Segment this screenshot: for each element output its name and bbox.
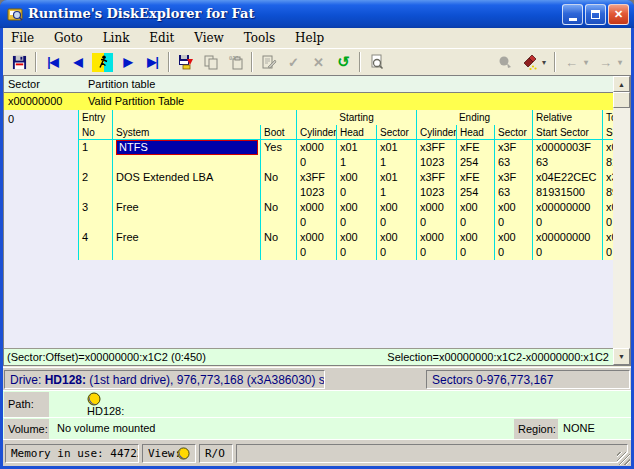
memory-panel: Memory in use: 447236	[5, 444, 139, 463]
goto-drop-button[interactable]	[492, 51, 517, 74]
group-header-row: Entry Starting Ending Relative To	[79, 110, 613, 125]
preview-button[interactable]	[364, 51, 389, 74]
cell-end-head[interactable]: x000	[457, 230, 495, 260]
search-button[interactable]	[517, 51, 542, 74]
partition-row[interactable]: 2DOS Extended LBANox3FF1023x000x011x3FF1…	[79, 170, 613, 200]
cell-end-sector[interactable]: x000	[495, 200, 533, 230]
cell-end-sector[interactable]: x3F63	[495, 170, 533, 200]
back-dropdown-caret[interactable]: ▾	[584, 58, 593, 67]
cell-start-cylinder[interactable]: x3FF1023	[297, 170, 337, 200]
cell-end-sector[interactable]: x3F63	[495, 140, 533, 170]
partition-row[interactable]: 3FreeNox0000x000x000x0000x000x000x000000…	[79, 200, 613, 230]
valid-partition-row[interactable]: x00000000 Valid Partition Table	[4, 93, 613, 110]
cell-total-sectors[interactable]: x389	[603, 170, 613, 200]
scroll-down-button[interactable]: ▼	[613, 348, 630, 365]
back-button[interactable]: ←	[559, 51, 584, 74]
partition-row[interactable]: 1NTFSYesx0000x011x011x3FF1023xFE254x3F63…	[79, 140, 613, 170]
cell-end-sector[interactable]: x000	[495, 230, 533, 260]
resize-grip[interactable]	[617, 452, 630, 465]
cell-end-cylinder[interactable]: x0000	[417, 200, 457, 230]
cell-relative-start[interactable]: x000000000	[533, 200, 603, 230]
cell-system[interactable]: NTFS	[113, 140, 261, 170]
cell-start-head[interactable]: x000	[337, 170, 377, 200]
menu-link[interactable]: Link	[95, 28, 138, 48]
goto-first-button[interactable]: |◀	[40, 51, 65, 74]
goto-previous-button[interactable]: ◀	[65, 51, 90, 74]
cell-boot[interactable]: No	[261, 200, 297, 230]
cell-end-head[interactable]: x000	[457, 200, 495, 230]
drive-bar: Drive: HD128: (1st hard drive), 976,773,…	[3, 367, 631, 390]
cell-start-sector[interactable]: x000	[377, 200, 417, 230]
cell-total-sectors[interactable]: x081	[603, 140, 613, 170]
cell-relative-start[interactable]: x0000003F63	[533, 140, 603, 170]
cell-start-sector[interactable]: x000	[377, 230, 417, 260]
partition-row[interactable]: 4FreeNox0000x000x000x0000x000x000x000000…	[79, 230, 613, 260]
run-button[interactable]	[90, 51, 115, 74]
menu-edit[interactable]: Edit	[141, 28, 182, 48]
cell-system[interactable]: DOS Extended LBA	[113, 170, 261, 200]
cell-total-sectors[interactable]: x00	[603, 200, 613, 230]
close-button[interactable]: ✕	[608, 4, 629, 25]
cell-start-sector[interactable]: x011	[377, 140, 417, 170]
vertical-scrollbar[interactable]: ▲	[613, 76, 630, 348]
apply-icon: ✓	[288, 55, 299, 70]
save-button[interactable]	[7, 51, 32, 74]
copy-button[interactable]	[198, 51, 223, 74]
paste-hex-button[interactable]: 011	[223, 51, 248, 74]
cell-entry-no[interactable]: 3	[79, 200, 113, 230]
maximize-button[interactable]	[585, 4, 606, 25]
cell-end-head[interactable]: xFE254	[457, 140, 495, 170]
refresh-button[interactable]: ↺	[331, 51, 356, 74]
cell-end-cylinder[interactable]: x3FF1023	[417, 170, 457, 200]
cell-system[interactable]: Free	[113, 200, 261, 230]
titlebar[interactable]: Runtime's DiskExplorer for Fat ✕	[0, 0, 634, 28]
scroll-up-button[interactable]: ▲	[613, 76, 630, 92]
cell-start-cylinder[interactable]: x0000	[297, 230, 337, 260]
save-image-button[interactable]	[173, 51, 198, 74]
forward-dropdown-caret[interactable]: ▾	[618, 58, 627, 67]
cell-entry-no[interactable]: 2	[79, 170, 113, 200]
cell-system[interactable]: Free	[113, 230, 261, 260]
edit-button[interactable]	[256, 51, 281, 74]
menu-help[interactable]: Help	[287, 28, 332, 48]
cell-start-cylinder[interactable]: x0000	[297, 200, 337, 230]
cell-start-head[interactable]: x000	[337, 230, 377, 260]
search-dropdown-caret[interactable]: ▾	[542, 58, 551, 67]
path-value[interactable]: HD128:	[87, 405, 124, 417]
statusbar: Memory in use: 447236 View: R/O	[3, 439, 631, 466]
cell-end-head[interactable]: xFE254	[457, 170, 495, 200]
cell-total-sectors[interactable]: x00	[603, 230, 613, 260]
minimize-button[interactable]	[562, 4, 583, 25]
cell-start-head[interactable]: x000	[337, 200, 377, 230]
forward-button[interactable]: →	[593, 51, 618, 74]
cell-relative-start[interactable]: x000000000	[533, 230, 603, 260]
cell-start-cylinder[interactable]: x0000	[297, 140, 337, 170]
toolbar: |◀ ◀ ▶ ▶|	[3, 48, 631, 75]
cell-start-sector[interactable]: x011	[377, 170, 417, 200]
edit-icon	[261, 54, 277, 70]
menu-goto[interactable]: Goto	[46, 28, 91, 48]
menu-tools[interactable]: Tools	[236, 28, 284, 48]
cell-entry-no[interactable]: 1	[79, 140, 113, 170]
cell-relative-start[interactable]: x04E22CEC81931500	[533, 170, 603, 200]
cell-end-cylinder[interactable]: x3FF1023	[417, 140, 457, 170]
menu-file[interactable]: File	[3, 28, 42, 48]
goto-last-button[interactable]: ▶|	[140, 51, 165, 74]
cell-boot[interactable]: No	[261, 170, 297, 200]
cancel-button[interactable]: ✕	[306, 51, 331, 74]
cell-boot[interactable]: No	[261, 230, 297, 260]
header-content: Partition table	[88, 77, 155, 92]
col-group-total: To	[603, 110, 613, 125]
scrollbar-thumb[interactable]	[613, 92, 630, 108]
col-start-sector: Sector	[377, 125, 417, 139]
goto-next-button[interactable]: ▶	[115, 51, 140, 74]
cell-start-head[interactable]: x011	[337, 140, 377, 170]
selected-cell[interactable]: NTFS	[116, 140, 258, 155]
col-end-head: Head	[457, 125, 495, 139]
menu-view[interactable]: View	[186, 28, 232, 48]
cell-end-cylinder[interactable]: x0000	[417, 230, 457, 260]
cell-entry-no[interactable]: 4	[79, 230, 113, 260]
scroll-down-icon: ▼	[618, 353, 625, 360]
cell-boot[interactable]: Yes	[261, 140, 297, 170]
apply-button[interactable]: ✓	[281, 51, 306, 74]
